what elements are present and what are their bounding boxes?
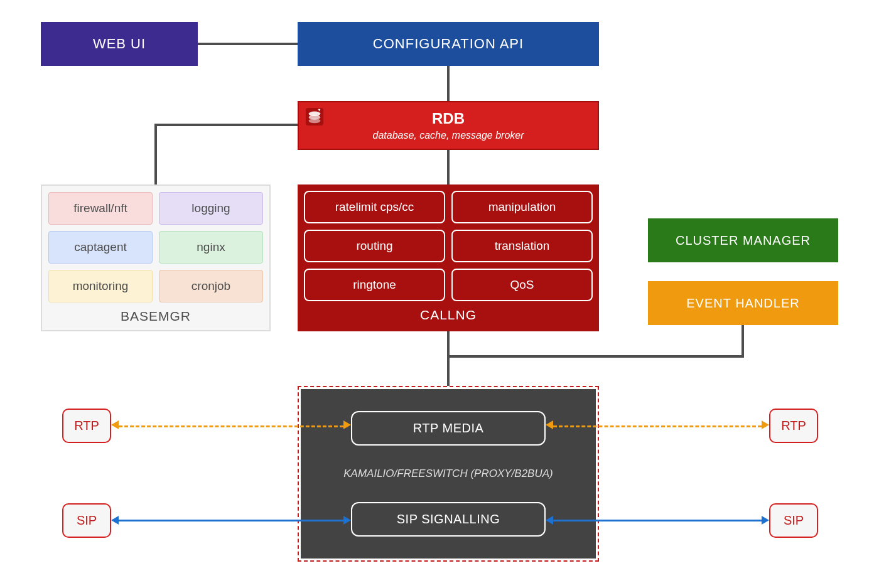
callng-manipulation-label: manipulation [488,200,556,214]
sip-endpoint-left: SIP [62,503,111,538]
callng-ringtone: ringtone [304,269,445,301]
connector-configapi-rdb [447,66,450,101]
connector-rdb-basemgr-v [154,124,157,184]
callng-ratelimit-label: ratelimit cps/cc [335,200,414,214]
cluster-manager-label: CLUSTER MANAGER [676,233,811,248]
engine-subtitle: KAMAILIO/FREESWITCH (PROXY/B2BUA) [343,468,553,480]
sip-signalling-box: SIP SIGNALLING [351,502,546,537]
callng-routing-label: routing [356,239,392,253]
sip-endpoint-right-label: SIP [784,513,804,528]
rtp-media-label: RTP MEDIA [413,421,484,436]
basemgr-firewall: firewall/nft [48,192,153,225]
callng-box: ratelimit cps/cc manipulation routing tr… [298,184,599,331]
event-handler-box: EVENT HANDLER [648,281,838,325]
basemgr-captagent-label: captagent [74,240,126,254]
event-handler-label: EVENT HANDLER [686,296,799,311]
basemgr-monitoring-label: monitoring [73,279,129,293]
sip-arrow-left-in [343,516,351,525]
rtp-line-left [119,425,343,427]
rtp-arrow-right-out [762,420,769,429]
callng-ringtone-label: ringtone [353,278,396,292]
callng-manipulation: manipulation [451,191,593,223]
callng-label: CALLNG [420,307,477,323]
configapi-box: CONFIGURATION API [298,22,599,66]
engine-inner: RTP MEDIA KAMAILIO/FREESWITCH (PROXY/B2B… [301,389,596,559]
callng-grid: ratelimit cps/cc manipulation routing tr… [304,191,593,301]
basemgr-box: firewall/nft logging captagent nginx mon… [41,184,271,331]
rtp-line-right [553,425,762,427]
basemgr-captagent: captagent [48,231,153,264]
connector-eventhandler-h [447,355,744,358]
sip-arrow-right-out [762,516,769,525]
connector-webui-configapi [198,43,298,45]
sip-arrow-right-in [546,516,553,525]
basemgr-nginx-label: nginx [197,240,225,254]
cluster-manager-box: CLUSTER MANAGER [648,218,838,262]
rtp-endpoint-right: RTP [769,409,818,443]
sip-arrow-left-out [111,516,119,525]
sip-line-right [553,520,762,521]
rtp-endpoint-left-label: RTP [74,419,99,433]
configapi-label: CONFIGURATION API [373,36,524,52]
basemgr-nginx: nginx [159,231,263,264]
callng-qos-label: QoS [510,278,534,292]
sip-endpoint-right: SIP [769,503,818,538]
sip-line-left [119,520,343,521]
rdb-title: RDB [432,110,465,127]
callng-ratelimit: ratelimit cps/cc [304,191,445,223]
basemgr-cronjob-label: cronjob [191,279,230,293]
basemgr-monitoring: monitoring [48,270,153,302]
callng-qos: QoS [451,269,593,301]
sip-endpoint-left-label: SIP [77,513,97,528]
rdb-subtitle: database, cache, message broker [372,130,524,141]
callng-translation: translation [451,230,593,262]
rtp-arrow-left-out [111,420,119,429]
rtp-arrow-right-in [546,420,553,429]
connector-rdb-callng [447,150,450,184]
basemgr-label: BASEMGR [121,309,191,324]
callng-routing: routing [304,230,445,262]
basemgr-grid: firewall/nft logging captagent nginx mon… [48,192,263,302]
rtp-media-box: RTP MEDIA [351,411,546,446]
rtp-endpoint-right-label: RTP [781,419,806,433]
sip-signalling-label: SIP SIGNALLING [397,512,500,527]
connector-eventhandler-v [741,325,744,358]
connector-rdb-basemgr-h [154,124,298,126]
webui-label: WEB UI [93,36,146,52]
connector-callng-engine [447,331,450,386]
redis-icon [305,107,324,126]
svg-point-3 [309,119,321,124]
rtp-arrow-left-in [343,420,351,429]
callng-translation-label: translation [495,239,550,253]
rtp-endpoint-left: RTP [62,409,111,443]
webui-box: WEB UI [41,22,198,66]
rdb-box: RDB database, cache, message broker [298,101,599,150]
basemgr-cronjob: cronjob [159,270,263,302]
basemgr-firewall-label: firewall/nft [73,201,127,215]
basemgr-logging: logging [159,192,263,225]
engine-box: RTP MEDIA KAMAILIO/FREESWITCH (PROXY/B2B… [298,386,599,562]
basemgr-logging-label: logging [191,201,230,215]
